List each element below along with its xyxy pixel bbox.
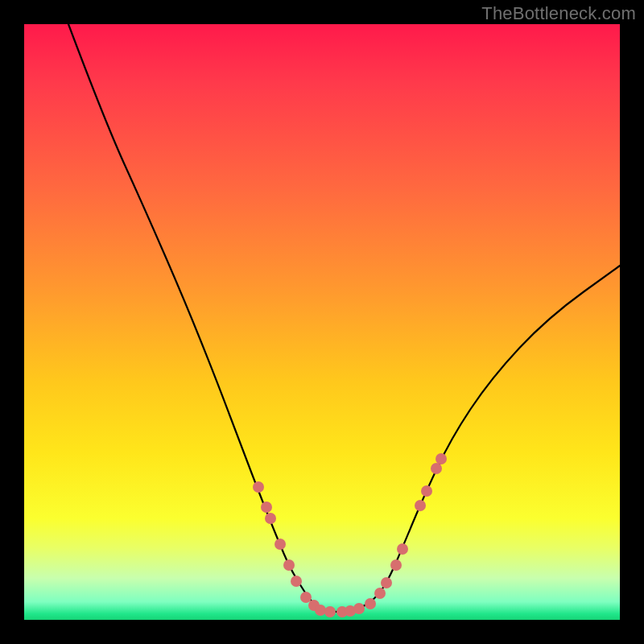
curve-marker — [315, 605, 326, 616]
curve-marker — [275, 539, 286, 550]
marker-group — [253, 453, 447, 617]
curve-svg — [24, 24, 620, 620]
curve-marker — [421, 485, 432, 497]
curve-marker — [374, 588, 386, 599]
plot-area — [24, 24, 620, 620]
curve-marker — [324, 606, 336, 617]
chart-frame: TheBottleneck.com — [0, 0, 644, 644]
curve-marker — [291, 576, 302, 587]
watermark-text: TheBottleneck.com — [481, 3, 636, 24]
curve-marker — [431, 463, 442, 474]
curve-marker — [300, 592, 312, 603]
curve-marker — [415, 500, 426, 511]
curve-marker — [436, 453, 447, 464]
bottleneck-curve — [68, 24, 620, 612]
curve-marker — [365, 598, 376, 609]
curve-marker — [253, 481, 264, 493]
curve-marker — [381, 577, 392, 588]
curve-marker — [353, 603, 365, 614]
curve-marker — [390, 559, 402, 571]
curve-marker — [283, 559, 295, 571]
curve-marker — [261, 502, 272, 513]
curve-marker — [397, 543, 408, 555]
curve-marker — [265, 513, 276, 524]
